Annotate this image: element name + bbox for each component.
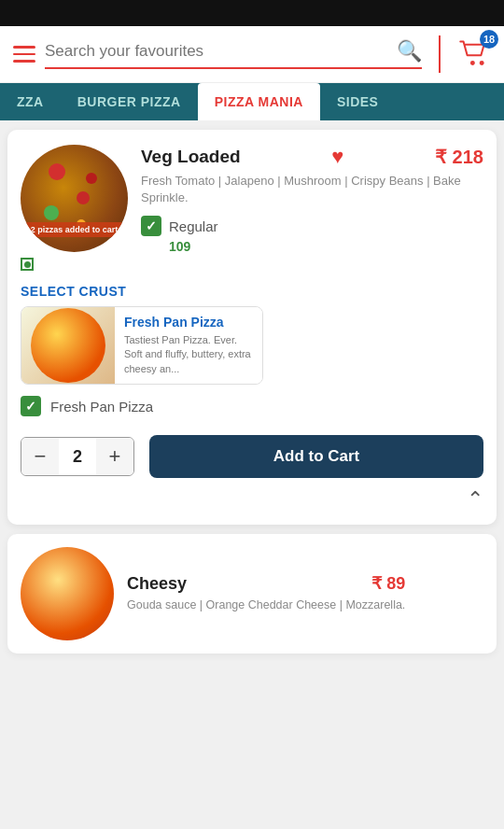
search-bar: 🔍: [45, 39, 422, 69]
svg-point-0: [470, 61, 475, 65]
add-to-cart-button[interactable]: Add to Cart: [149, 435, 483, 478]
fresh-pan-pizza-circle: [31, 308, 105, 383]
hamburger-menu-button[interactable]: [13, 46, 35, 63]
header: 🔍 18: [0, 26, 504, 83]
product-top-section: 2 pizzas added to cart Veg Loaded ♥ ₹ 21…: [21, 145, 483, 271]
search-icon: 🔍: [397, 39, 422, 63]
topping: [44, 205, 59, 220]
collapse-row: ⌃: [21, 487, 483, 512]
size-price: 109: [169, 238, 483, 255]
product-title-row: Veg Loaded ♥ ₹ 218: [141, 145, 483, 169]
product-name: Veg Loaded: [141, 147, 241, 167]
crust-check-icon: [21, 396, 41, 416]
cheesy-info: Cheesy ₹ 89 Gouda sauce | Orange Cheddar…: [127, 573, 405, 614]
product-description: Fresh Tomato | Jalapeno | Mushroom | Cri…: [141, 173, 483, 206]
fresh-pan-title: Fresh Pan Pizza: [124, 315, 253, 330]
veg-indicator: [21, 258, 34, 271]
topping: [49, 163, 65, 180]
fresh-pan-image: [21, 307, 115, 384]
collapse-icon[interactable]: ⌃: [467, 487, 483, 512]
crust-section: SELECT CRUST Fresh Pan Pizza Tastiest Pa…: [21, 284, 483, 416]
bottom-actions: − 2 + Add to Cart: [21, 435, 483, 478]
tab-zza[interactable]: ZZA: [0, 83, 61, 120]
quantity-value: 2: [59, 438, 96, 475]
crust-title: SELECT CRUST: [21, 284, 483, 299]
product-card-veg-loaded: 2 pizzas added to cart Veg Loaded ♥ ₹ 21…: [7, 130, 497, 525]
quantity-increase-button[interactable]: +: [96, 438, 133, 475]
svg-point-1: [480, 61, 484, 65]
pizza-image-wrapper: 2 pizzas added to cart: [21, 145, 128, 271]
size-label: Regular: [169, 218, 218, 234]
quantity-control: − 2 +: [21, 437, 134, 476]
cart-badge: 18: [480, 30, 498, 49]
tab-sides[interactable]: SIDES: [320, 83, 396, 120]
quantity-decrease-button[interactable]: −: [21, 438, 59, 475]
cheesy-description: Gouda sauce | Orange Cheddar Cheese | Mo…: [127, 597, 405, 614]
search-input[interactable]: [45, 42, 391, 61]
veg-dot: [24, 261, 31, 268]
product-info: Veg Loaded ♥ ₹ 218 Fresh Tomato | Jalape…: [141, 145, 483, 255]
pizza-image: 2 pizzas added to cart: [21, 145, 128, 252]
cart-button[interactable]: 18: [457, 37, 491, 71]
fresh-pan-text: Fresh Pan Pizza Tastiest Pan Pizza. Ever…: [115, 307, 262, 384]
product-card-cheesy: Cheesy ₹ 89 Gouda sauce | Orange Cheddar…: [7, 534, 497, 653]
cheesy-name: Cheesy: [127, 574, 187, 594]
status-bar: [0, 0, 504, 26]
product-price: ₹ 218: [435, 146, 483, 168]
crust-option-label: Fresh Pan Pizza: [50, 399, 153, 414]
heart-icon[interactable]: ♥: [331, 145, 343, 169]
vertical-divider: [439, 35, 441, 73]
tab-pizza-mania[interactable]: PIZZA MANIA: [198, 83, 320, 120]
size-option-row: Regular: [141, 216, 483, 236]
cheesy-title-row: Cheesy ₹ 89: [127, 573, 405, 594]
crust-option-row: Fresh Pan Pizza: [21, 396, 483, 416]
topping: [86, 173, 97, 184]
cheesy-price: ₹ 89: [371, 573, 405, 594]
fresh-pan-description: Tastiest Pan Pizza. Ever. Soft and fluff…: [124, 333, 253, 376]
topping: [77, 191, 90, 204]
tab-burger-pizza[interactable]: BURGER PIZZA: [61, 83, 198, 120]
pizza-cart-label: 2 pizzas added to cart: [25, 222, 124, 237]
cheesy-pizza-image: [21, 547, 114, 640]
size-check-icon: [141, 216, 161, 236]
fresh-pan-pizza-card[interactable]: Fresh Pan Pizza Tastiest Pan Pizza. Ever…: [21, 306, 263, 385]
category-tabs: ZZA BURGER PIZZA PIZZA MANIA SIDES: [0, 83, 504, 120]
